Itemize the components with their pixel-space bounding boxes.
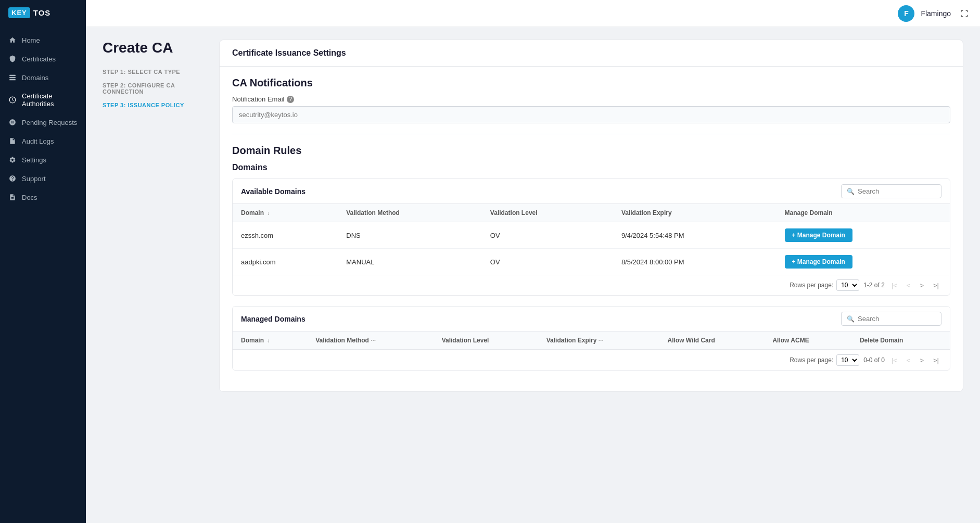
managed-col-validation-expiry: Validation Expiry ··· (538, 331, 659, 350)
step-2-label: STEP 2: CONFIGURE CA CONNECTION (103, 82, 207, 95)
available-domains-pagination: Rows per page: 10 25 50 1-2 of 2 |< < (233, 275, 950, 295)
stepper-column: Create CA STEP 1: SELECT CA TYPE STEP 2:… (103, 40, 207, 511)
available-domains-search-input[interactable] (858, 187, 936, 195)
logo-tos: TOS (33, 8, 51, 17)
svg-rect-2 (9, 79, 16, 80)
sidebar-item-docs[interactable]: Docs (0, 188, 86, 207)
managed-col-domain: Domain ↓ (233, 331, 307, 350)
validation-expiry-cell: 9/4/2024 5:54:48 PM (613, 222, 777, 249)
available-domains-table: Available Domains 🔍 Domain ↓ (232, 178, 950, 296)
managed-domains-search-input[interactable] (858, 315, 936, 323)
managed-domains-data-table: Domain ↓ Validation Method ··· Validatio… (233, 331, 950, 350)
col-validation-expiry: Validation Expiry (613, 204, 777, 222)
sidebar-item-domains[interactable]: Domains (0, 68, 86, 87)
col-validation-level: Validation Level (482, 204, 613, 222)
notification-email-input[interactable]: secutrity@keytos.io (232, 106, 950, 123)
page-title: Create CA (103, 40, 207, 56)
validation-method-cell: MANUAL (338, 249, 482, 275)
user-name: Flamingo (921, 9, 951, 18)
notifications-title: CA Notifications (232, 77, 950, 89)
notifications-section: CA Notifications Notification Email ? se… (232, 77, 950, 123)
validation-level-cell: OV (482, 222, 613, 249)
sort-managed-domain-icon[interactable]: ↓ (267, 338, 270, 343)
search-icon: 🔍 (847, 188, 855, 195)
rows-per-page-managed: Rows per page: 10 25 50 (790, 354, 859, 366)
audit-icon (8, 137, 17, 145)
col-validation-method: Validation Method (338, 204, 482, 222)
home-icon (8, 36, 17, 44)
sidebar-item-certificate-authorities[interactable]: Certificate Authorities (0, 87, 86, 113)
support-icon (8, 174, 17, 183)
sidebar-item-pending-requests[interactable]: Pending Requests (0, 113, 86, 132)
sort-domain-icon[interactable]: ↓ (267, 210, 270, 216)
manage-domain-cell: + Manage Domain (777, 222, 950, 249)
main-panel: F Flamingo Create CA STEP 1: SELECT CA T… (86, 0, 980, 523)
rows-per-page-select-available[interactable]: 10 25 50 (836, 279, 859, 291)
managed-col-acme: Allow ACME (764, 331, 851, 350)
validation-level-cell: OV (482, 249, 613, 275)
sidebar-item-settings[interactable]: Settings (0, 150, 86, 169)
domain-rules-title: Domain Rules (232, 145, 950, 157)
prev-page-available[interactable]: < (904, 280, 913, 290)
available-domains-header: Available Domains 🔍 (233, 179, 950, 204)
col-manage-domain: Manage Domain (777, 204, 950, 222)
logo: KEY TOS (0, 0, 86, 25)
expand-button[interactable] (957, 6, 972, 21)
email-field-label: Notification Email ? (232, 95, 950, 103)
page-info-managed: 0-0 of 0 (863, 356, 885, 364)
manage-domain-button[interactable]: + Manage Domain (785, 255, 852, 269)
domain-rules-section: Domain Rules Domains Available Domains 🔍 (232, 145, 950, 371)
managed-search-icon: 🔍 (847, 315, 855, 323)
last-page-available[interactable]: >| (931, 280, 941, 290)
next-page-available[interactable]: > (917, 280, 926, 290)
issuance-settings-card: Certificate Issuance Settings CA Notific… (219, 40, 963, 392)
content-area: Create CA STEP 1: SELECT CA TYPE STEP 2:… (86, 27, 980, 523)
next-page-managed[interactable]: > (917, 355, 926, 365)
card-header: Certificate Issuance Settings (220, 40, 963, 67)
last-page-managed[interactable]: >| (931, 355, 941, 365)
col-domain: Domain ↓ (233, 204, 338, 222)
managed-col-validation-method: Validation Method ··· (307, 331, 434, 350)
table-row: ezssh.com DNS OV 9/4/2024 5:54:48 PM + M… (233, 222, 950, 249)
managed-domains-search[interactable]: 🔍 (841, 312, 941, 326)
sidebar-item-certificates[interactable]: Certificates (0, 49, 86, 68)
sidebar-item-audit-logs[interactable]: Audit Logs (0, 132, 86, 150)
available-domains-search[interactable]: 🔍 (841, 184, 941, 198)
manage-domain-button[interactable]: + Manage Domain (785, 228, 852, 242)
domain-cell: ezssh.com (233, 222, 338, 249)
settings-icon (8, 156, 17, 164)
docs-icon (8, 193, 17, 201)
sidebar-item-support[interactable]: Support (0, 169, 86, 188)
first-page-managed[interactable]: |< (889, 355, 900, 365)
available-domains-title: Available Domains (241, 187, 306, 196)
validation-method-cell: DNS (338, 222, 482, 249)
prev-page-managed[interactable]: < (904, 355, 913, 365)
header: F Flamingo (86, 0, 980, 27)
step-3-label: STEP 3: ISSUANCE POLICY (103, 102, 207, 108)
first-page-available[interactable]: |< (889, 280, 900, 290)
step-1-label: STEP 1: SELECT CA TYPE (103, 69, 207, 75)
managed-col-delete: Delete Domain (851, 331, 950, 350)
ca-icon (8, 96, 17, 104)
divider (232, 134, 950, 134)
sidebar: KEY TOS Home Certificates Domains C (0, 0, 86, 523)
form-column: Certificate Issuance Settings CA Notific… (219, 40, 963, 511)
logo-key: KEY (8, 7, 30, 18)
sidebar-item-home[interactable]: Home (0, 31, 86, 49)
manage-domain-cell: + Manage Domain (777, 249, 950, 275)
sidebar-nav: Home Certificates Domains Certificate Au… (0, 31, 86, 207)
rows-per-page-select-managed[interactable]: 10 25 50 (836, 354, 859, 366)
certificate-icon (8, 55, 17, 63)
table-row: aadpki.com MANUAL OV 8/5/2024 8:00:00 PM… (233, 249, 950, 275)
user-avatar: F (898, 5, 914, 22)
validation-expiry-cell: 8/5/2024 8:00:00 PM (613, 249, 777, 275)
domain-cell: aadpki.com (233, 249, 338, 275)
managed-domains-title: Managed Domains (241, 315, 306, 323)
available-domains-data-table: Domain ↓ Validation Method Validation Le… (233, 204, 950, 275)
domains-subtitle: Domains (232, 163, 950, 172)
managed-domains-pagination: Rows per page: 10 25 50 0-0 of 0 |< < (233, 350, 950, 370)
email-help-icon[interactable]: ? (287, 96, 294, 103)
svg-rect-1 (9, 77, 16, 78)
managed-col-wildcard: Allow Wild Card (659, 331, 765, 350)
pending-icon (8, 118, 17, 126)
